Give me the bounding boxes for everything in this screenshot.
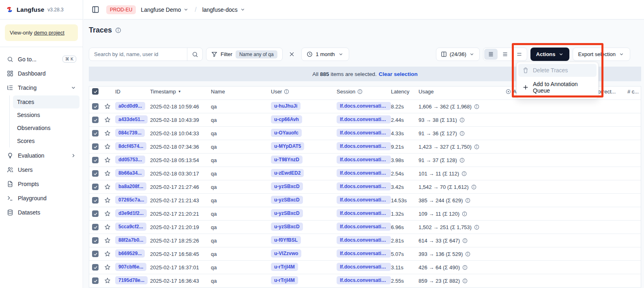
- star-icon[interactable]: [104, 157, 111, 163]
- trace-id-badge[interactable]: a0cd0d9...: [115, 102, 145, 110]
- session-badge[interactable]: lf.docs.conversation...: [337, 249, 391, 258]
- clear-filter-icon[interactable]: [286, 48, 298, 61]
- sidebar-item-prompts[interactable]: Prompts: [3, 177, 79, 191]
- star-icon[interactable]: [104, 264, 111, 271]
- select-all-checkbox[interactable]: [92, 88, 99, 95]
- user-badge[interactable]: u-yzSBxcD: [271, 196, 303, 204]
- session-badge[interactable]: lf.docs.conversation...: [337, 156, 391, 164]
- project-selector[interactable]: langfuse-docs: [202, 6, 246, 13]
- col-header-usage[interactable]: Usage: [419, 89, 506, 95]
- info-icon[interactable]: [465, 251, 470, 257]
- user-badge[interactable]: u-T98YnzD: [271, 156, 303, 164]
- user-badge[interactable]: u-cp66Avh: [271, 115, 302, 123]
- row-checkbox[interactable]: [92, 130, 99, 136]
- row-height-medium-icon[interactable]: [498, 49, 512, 60]
- trace-id-badge[interactable]: 88f2a7b0...: [115, 236, 146, 244]
- org-selector[interactable]: Langfuse Demo: [141, 6, 189, 13]
- table-row[interactable]: ba8a208f...2025-02-17 21:27:46qau-yzSBxc…: [89, 180, 641, 194]
- row-checkbox[interactable]: [92, 197, 99, 204]
- star-icon[interactable]: [104, 237, 111, 244]
- table-row[interactable]: a0cd0d9...2025-02-18 10:59:46qau-huJhuJi…: [89, 100, 641, 113]
- session-badge[interactable]: lf.docs.conversation...: [337, 209, 391, 217]
- sidebar-item-evaluation[interactable]: Evaluation: [3, 148, 79, 162]
- user-badge[interactable]: u-huJhuJi: [271, 102, 301, 110]
- col-header-user[interactable]: User: [271, 89, 337, 95]
- table-row[interactable]: 8dcf4574...2025-02-18 07:34:36qau-MYpDAT…: [89, 140, 641, 154]
- row-checkbox[interactable]: [92, 251, 99, 257]
- row-height-large-icon[interactable]: [513, 49, 526, 60]
- col-header-name[interactable]: Name: [211, 89, 271, 95]
- info-icon[interactable]: [462, 278, 468, 284]
- export-selection-button[interactable]: Export selection: [573, 48, 631, 61]
- row-checkbox[interactable]: [92, 117, 99, 123]
- table-row[interactable]: b669529...2025-02-17 16:58:45qau-VIZzvwo…: [89, 247, 641, 261]
- row-checkbox[interactable]: [92, 103, 99, 110]
- star-icon[interactable]: [104, 170, 111, 177]
- row-checkbox[interactable]: [92, 224, 99, 230]
- session-badge[interactable]: lf.docs.conversation...: [337, 129, 391, 137]
- session-badge[interactable]: lf.docs.conversation...: [337, 169, 391, 177]
- trace-id-badge[interactable]: ba8a208f...: [115, 182, 146, 191]
- info-icon[interactable]: [462, 238, 468, 243]
- demo-project-link[interactable]: demo project: [34, 30, 64, 36]
- star-icon[interactable]: [104, 251, 111, 257]
- star-icon[interactable]: [104, 103, 111, 110]
- sidebar-toggle-icon[interactable]: [89, 4, 101, 16]
- info-icon[interactable]: [474, 225, 479, 230]
- user-badge[interactable]: u-yzSBxcD: [271, 223, 303, 231]
- user-badge[interactable]: u-zEwdED2: [271, 169, 304, 177]
- trace-id-badge[interactable]: 07265c7a...: [115, 196, 147, 204]
- user-badge[interactable]: u-OYauofc: [271, 129, 302, 137]
- info-icon[interactable]: [462, 211, 467, 217]
- search-input[interactable]: [89, 51, 187, 57]
- info-icon[interactable]: [459, 158, 465, 163]
- star-icon[interactable]: [104, 143, 111, 150]
- trace-id-badge[interactable]: a433de51...: [115, 115, 148, 123]
- session-badge[interactable]: lf.docs.conversation...: [337, 196, 391, 204]
- row-checkbox[interactable]: [92, 184, 99, 190]
- info-icon[interactable]: [462, 171, 467, 176]
- col-header-timestamp[interactable]: Timestamp▼: [150, 89, 211, 95]
- sidebar-item-dashboard[interactable]: Dashboard: [3, 66, 79, 80]
- table-row[interactable]: 7195d78e...2025-02-17 16:36:43qau-rTrjI4…: [89, 274, 641, 288]
- session-badge[interactable]: lf.docs.conversation...: [337, 115, 391, 123]
- info-icon[interactable]: [474, 104, 479, 109]
- trace-id-badge[interactable]: b669529...: [115, 249, 145, 258]
- session-badge[interactable]: lf.docs.conversation...: [337, 236, 391, 244]
- trace-id-badge[interactable]: 907cbf6e...: [115, 263, 146, 271]
- trace-id-badge[interactable]: 5cca9cf2...: [115, 223, 146, 231]
- menu-item-delete-traces[interactable]: Delete Traces: [518, 64, 597, 77]
- row-checkbox[interactable]: [92, 210, 99, 217]
- table-row[interactable]: 084c739...2025-02-18 10:04:33qau-OYauofc…: [89, 127, 641, 140]
- session-badge[interactable]: lf.docs.conversation...: [337, 263, 391, 271]
- info-icon[interactable]: [474, 144, 479, 149]
- session-badge[interactable]: lf.docs.conversation...: [337, 142, 391, 150]
- sidebar-item-observations[interactable]: Observations: [13, 121, 79, 134]
- row-checkbox[interactable]: [92, 143, 99, 150]
- user-badge[interactable]: u-MYpDAT5: [271, 142, 304, 150]
- info-icon[interactable]: [459, 117, 465, 123]
- trace-id-badge[interactable]: 8dcf4574...: [115, 142, 146, 150]
- session-badge[interactable]: lf.docs.conversation...: [337, 182, 391, 191]
- goto-search[interactable]: Go to... ⌘ K: [3, 52, 79, 66]
- user-badge[interactable]: u-f0YfBSL: [271, 236, 301, 244]
- row-checkbox[interactable]: [92, 157, 99, 163]
- session-badge[interactable]: lf.docs.conversation...: [337, 223, 391, 231]
- table-row[interactable]: d3e9d1f2...2025-02-17 21:20:21qau-yzSBxc…: [89, 207, 641, 221]
- user-badge[interactable]: u-yzSBxcD: [271, 209, 303, 217]
- table-row[interactable]: a433de51...2025-02-18 10:43:39qau-cp66Av…: [89, 113, 641, 127]
- trace-id-badge[interactable]: 8b66a34...: [115, 169, 145, 177]
- col-header-session[interactable]: Session: [337, 89, 391, 95]
- sidebar-item-datasets[interactable]: Datasets: [3, 205, 79, 219]
- col-header-extra[interactable]: # c...: [627, 89, 641, 95]
- info-icon[interactable]: [459, 131, 465, 136]
- star-icon[interactable]: [104, 224, 111, 230]
- col-header-id[interactable]: ID: [114, 89, 150, 95]
- table-row[interactable]: dd05753...2025-02-18 05:13:54qau-T98YnzD…: [89, 154, 641, 167]
- table-row[interactable]: 88f2a7b0...2025-02-17 18:25:26qau-f0YfBS…: [89, 234, 641, 247]
- row-checkbox[interactable]: [92, 170, 99, 177]
- table-row[interactable]: 07265c7a...2025-02-17 21:21:43qau-yzSBxc…: [89, 194, 641, 207]
- star-icon[interactable]: [104, 210, 111, 217]
- info-icon[interactable]: [465, 198, 470, 203]
- info-icon[interactable]: [471, 184, 477, 190]
